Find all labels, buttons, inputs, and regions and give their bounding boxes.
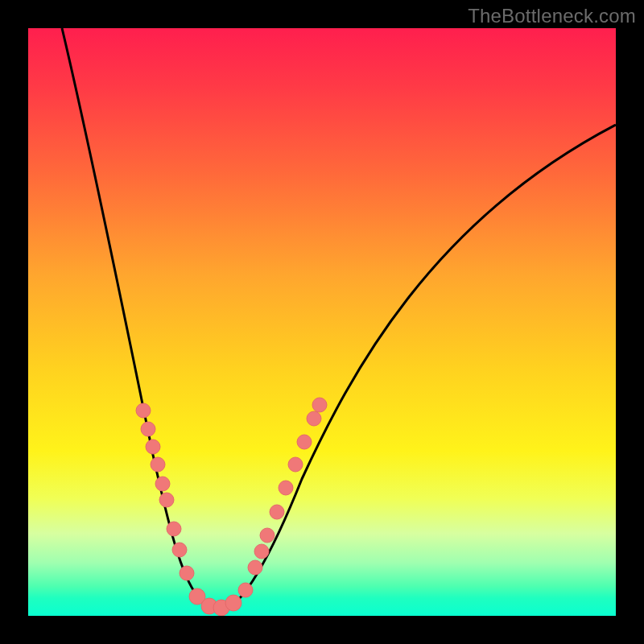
chart-plot-area (28, 28, 616, 616)
data-marker (288, 457, 303, 472)
data-marker (151, 457, 165, 472)
curve-layer (28, 28, 616, 616)
data-marker (146, 440, 160, 454)
data-marker (136, 403, 151, 418)
data-marker (155, 477, 170, 491)
bottleneck-curve (62, 28, 616, 608)
data-marker (279, 481, 293, 495)
chart-frame: TheBottleneck.com (0, 0, 644, 644)
data-marker (297, 435, 312, 449)
data-marker (307, 411, 321, 426)
data-marker (270, 505, 284, 519)
watermark-text: TheBottleneck.com (468, 5, 636, 27)
data-marker (254, 544, 269, 559)
data-marker (225, 595, 242, 611)
data-marker (238, 583, 253, 597)
data-marker (260, 528, 275, 543)
data-marker (141, 422, 155, 436)
data-marker (172, 543, 187, 557)
data-marker (248, 560, 262, 575)
data-marker (180, 566, 194, 580)
data-marker (167, 522, 181, 536)
data-marker (159, 493, 174, 507)
marker-group (136, 398, 327, 616)
data-marker (312, 398, 327, 412)
